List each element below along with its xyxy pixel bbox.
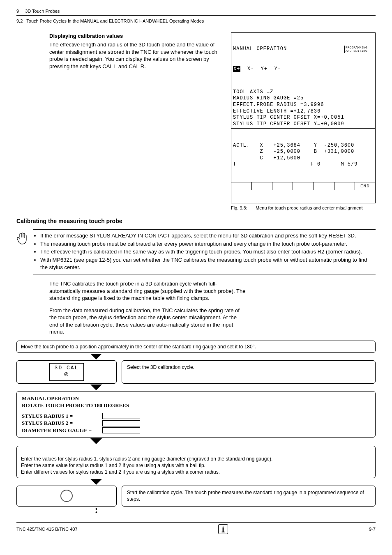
nc-start-button[interactable] bbox=[60, 490, 73, 502]
figure-caption: Fig. 9.8: Menu for touch probe radius an… bbox=[231, 205, 376, 211]
body-paragraph: The TNC calibrates the touch probe in a … bbox=[16, 280, 247, 302]
screen-title: MANUAL OPERATION bbox=[231, 46, 344, 53]
section-header: 9.2 Touch Probe Cycles in the MANUAL and… bbox=[16, 18, 376, 24]
flow-arrow-icon bbox=[90, 385, 102, 390]
field-label: DIAMETER RING GAUGE = bbox=[22, 427, 100, 434]
step-softkey-container: 3D CAL ◎ bbox=[16, 360, 117, 384]
note-item: If the error message STYLUS ALREADY IN C… bbox=[40, 232, 376, 240]
screen-prompt-box: MANUAL OPERATION ROTATE TOUCH PROBE TO 1… bbox=[16, 391, 376, 438]
footer-page-number: 9-7 bbox=[369, 526, 376, 532]
chapter-number: 9 bbox=[16, 9, 19, 14]
svg-rect-1 bbox=[223, 528, 224, 532]
note-item: The measuring touch probe must be calibr… bbox=[40, 240, 376, 248]
hand-icon bbox=[16, 229, 29, 274]
tnc-screen-figure: MANUAL OPERATION PROGRAMMING AND EDITING… bbox=[231, 32, 376, 203]
subsection-heading: Displaying calibration values bbox=[49, 32, 223, 40]
field-label: STYLUS RADIUS 2 = bbox=[22, 419, 100, 427]
footer-left: TNC 425/TNC 415 B/TNC 407 bbox=[16, 526, 78, 532]
continuation-dots: •• bbox=[95, 507, 376, 514]
screen-mode: PROGRAMMING AND EDITING bbox=[344, 46, 375, 53]
header-rule bbox=[16, 15, 376, 16]
heading-calibrating: Calibrating the measuring touch probe bbox=[16, 217, 376, 225]
softkey-end: END bbox=[355, 182, 375, 190]
screen-position-display: ACTL. X +25,3684 Y -250,3600 Z -25,0000 … bbox=[231, 142, 375, 169]
step-instruction: Move the touch probe to a position appro… bbox=[16, 341, 376, 353]
info-icon bbox=[218, 524, 228, 534]
flow-arrow-icon bbox=[90, 479, 102, 485]
softkey-3d-cal[interactable]: 3D CAL ◎ bbox=[49, 363, 84, 381]
screen-body: TOOL AXIS =ZRADIUS RING GAUGE =25EFFECT.… bbox=[231, 86, 375, 129]
body-paragraph: From the data measured during calibratio… bbox=[16, 307, 247, 336]
svg-point-0 bbox=[223, 527, 224, 528]
screen-axes-row: X+ X- Y+ Y- bbox=[231, 66, 375, 73]
screen-softkey-row: END bbox=[231, 182, 375, 190]
note-list: If the error message STYLUS ALREADY IN C… bbox=[33, 229, 376, 274]
stylus-radius-1-input[interactable] bbox=[102, 413, 140, 419]
note-item: With MP6321 (see page 12-5) you can set … bbox=[40, 256, 376, 271]
chapter-title: 3D Touch Probes bbox=[25, 9, 60, 14]
diameter-ring-gauge-input[interactable] bbox=[102, 427, 140, 433]
prompt-line: ROTATE TOUCH PROBE TO 180 DEGREES bbox=[22, 402, 370, 409]
step-description: Start the calibration cycle. The touch p… bbox=[122, 486, 376, 506]
stylus-radius-2-input[interactable] bbox=[102, 420, 140, 426]
svg-rect-2 bbox=[222, 532, 225, 532]
prompt-line: MANUAL OPERATION bbox=[22, 395, 370, 402]
step-button-container bbox=[16, 486, 117, 506]
step-instruction: Enter the values for stylus radius 1, st… bbox=[16, 446, 376, 478]
section-title: Touch Probe Cycles in the MANUAL and ELE… bbox=[26, 18, 204, 23]
field-label: STYLUS RADIUS 1 = bbox=[22, 412, 100, 420]
section-number: 9.2 bbox=[16, 18, 23, 23]
page-footer: TNC 425/TNC 415 B/TNC 407 9-7 bbox=[16, 522, 376, 534]
flow-arrow-icon bbox=[90, 438, 102, 444]
page-header: 9 3D Touch Probes bbox=[16, 8, 376, 14]
target-icon: ◎ bbox=[64, 371, 69, 378]
subsection-paragraph: The effective length and radius of the 3… bbox=[49, 41, 223, 70]
note-item: The effective length is calibrated in th… bbox=[40, 248, 376, 256]
flow-arrow-icon bbox=[90, 354, 102, 359]
step-description: Select the 3D calibration cycle. bbox=[122, 360, 376, 384]
